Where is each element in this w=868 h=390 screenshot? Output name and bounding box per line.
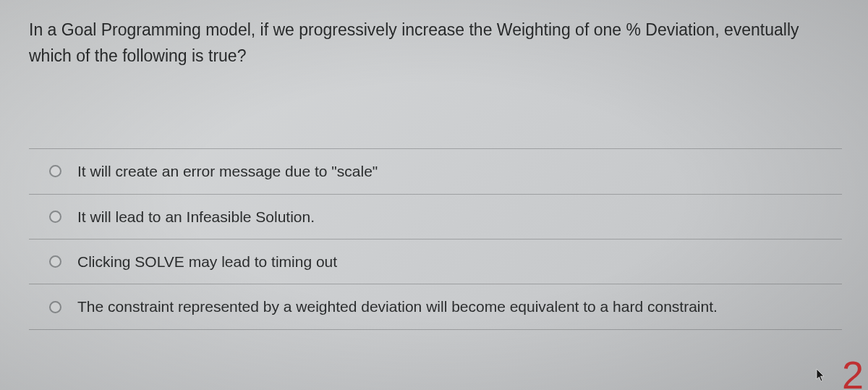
option-row[interactable]: It will lead to an Infeasible Solution.	[29, 194, 842, 239]
option-label: Clicking SOLVE may lead to timing out	[77, 251, 337, 272]
option-row[interactable]: The constraint represented by a weighted…	[29, 284, 842, 329]
option-row[interactable]: It will create an error message due to "…	[29, 148, 842, 193]
page-number: 2	[842, 355, 864, 390]
option-label: It will lead to an Infeasible Solution.	[77, 206, 315, 227]
cursor-icon	[816, 368, 826, 383]
radio-button[interactable]	[49, 255, 61, 268]
question-text: In a Goal Programming model, if we progr…	[29, 17, 842, 69]
radio-button[interactable]	[49, 211, 61, 223]
question-container: In a Goal Programming model, if we progr…	[0, 0, 868, 344]
option-label: The constraint represented by a weighted…	[77, 296, 718, 317]
radio-button[interactable]	[49, 301, 61, 313]
radio-button[interactable]	[49, 165, 61, 177]
option-label: It will create an error message due to "…	[77, 161, 378, 182]
options-list: It will create an error message due to "…	[29, 148, 842, 330]
option-row[interactable]: Clicking SOLVE may lead to timing out	[29, 239, 842, 284]
